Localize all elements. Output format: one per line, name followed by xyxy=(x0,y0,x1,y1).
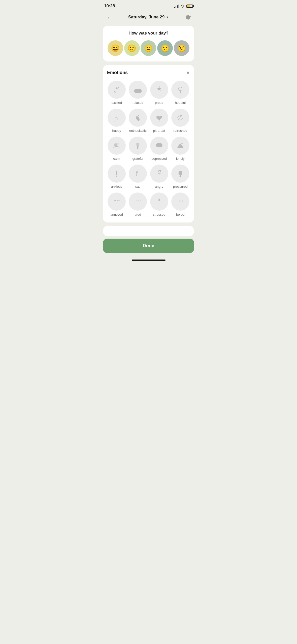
emotion-item-lonely[interactable]: lonely xyxy=(171,137,190,160)
emotion-label-happy: happy xyxy=(112,129,121,133)
emotions-header: Emotions ∨ xyxy=(107,70,190,76)
nav-title-chevron-icon: ▼ xyxy=(166,16,169,19)
emotion-icon-bored xyxy=(171,192,189,211)
emotion-item-stressed[interactable]: stressed xyxy=(150,192,169,216)
svg-point-5 xyxy=(179,87,182,90)
emotion-item-pressured[interactable]: pressured xyxy=(171,165,190,188)
status-time: 10:28 xyxy=(104,4,115,9)
emotion-icon-calm xyxy=(108,137,126,155)
emotion-label-enthusiastic: enthusiastic xyxy=(129,129,147,133)
svg-point-21 xyxy=(179,201,180,202)
done-button[interactable]: Done xyxy=(103,239,194,253)
emotion-item-excited[interactable]: excited xyxy=(107,81,126,105)
emotion-item-happy[interactable]: happy xyxy=(107,109,126,133)
emotion-item-bored[interactable]: bored xyxy=(171,192,190,216)
svg-point-23 xyxy=(182,201,183,202)
svg-point-8 xyxy=(135,116,140,121)
emotion-icon-excited xyxy=(108,81,126,99)
emotion-icon-angry xyxy=(150,165,168,183)
mood-faces: 😄 🙂 😐 😕 😟 xyxy=(107,40,190,56)
emotion-icon-pit-a-pat xyxy=(150,109,168,127)
emotion-item-enthusiastic[interactable]: enthusiastic xyxy=(128,109,147,133)
emotion-label-depressed: depressed xyxy=(151,157,167,160)
emotion-icon-lonely xyxy=(171,137,189,155)
emotion-icon-happy xyxy=(108,109,126,127)
home-indicator xyxy=(132,260,166,261)
svg-text:ZZZ: ZZZ xyxy=(136,199,142,203)
emotions-chevron-icon[interactable]: ∨ xyxy=(186,70,190,76)
emotion-label-refreshed: refreshed xyxy=(173,129,187,133)
emotions-card: Emotions ∨ excited relaxed proud hopeful… xyxy=(103,65,194,222)
emotion-label-annoyed: annoyed xyxy=(110,213,123,216)
emotion-item-pit-a-pat[interactable]: pit-a-pat xyxy=(150,109,169,133)
emotion-label-grateful: grateful xyxy=(133,157,143,160)
mood-face-1[interactable]: 😄 xyxy=(108,40,123,56)
emotion-icon-enthusiastic xyxy=(129,109,147,127)
svg-rect-16 xyxy=(116,171,118,176)
mood-face-3[interactable]: 😐 xyxy=(141,40,156,56)
svg-point-9 xyxy=(138,115,139,116)
nav-title[interactable]: Saturday, June 29 ▼ xyxy=(128,15,169,20)
wifi-icon xyxy=(180,4,185,8)
emotion-icon-relaxed xyxy=(129,81,147,99)
battery-icon xyxy=(186,5,193,8)
emotion-label-bored: bored xyxy=(176,213,184,216)
svg-point-7 xyxy=(115,117,116,118)
emotion-label-hopeful: hopeful xyxy=(175,101,186,105)
settings-icon xyxy=(185,14,191,20)
emotion-icon-sad xyxy=(129,165,147,183)
extra-card xyxy=(103,226,194,236)
emotion-item-depressed[interactable]: depressed xyxy=(150,137,169,160)
emotion-item-tired[interactable]: ZZZ tired xyxy=(128,192,147,216)
emotion-label-sad: sad xyxy=(135,185,141,188)
emotion-icon-annoyed xyxy=(108,192,126,211)
mood-face-4[interactable]: 😕 xyxy=(157,40,173,56)
nav-bar: ‹ Saturday, June 29 ▼ xyxy=(99,11,198,26)
emotion-item-relaxed[interactable]: relaxed xyxy=(128,81,147,105)
emotion-label-proud: proud xyxy=(155,101,163,105)
emotion-label-calm: calm xyxy=(113,157,120,160)
svg-rect-2 xyxy=(134,90,135,92)
emotions-grid: excited relaxed proud hopeful happy enth… xyxy=(107,81,190,216)
emotion-icon-anxious xyxy=(108,165,126,183)
emotion-item-grateful[interactable]: grateful xyxy=(128,137,147,160)
settings-button[interactable] xyxy=(184,13,193,22)
svg-rect-1 xyxy=(135,89,141,93)
svg-point-22 xyxy=(180,201,181,202)
emotion-item-refreshed[interactable]: refreshed xyxy=(171,109,190,133)
emotion-icon-refreshed xyxy=(171,109,189,127)
nav-title-text: Saturday, June 29 xyxy=(128,15,164,20)
svg-point-0 xyxy=(118,87,119,88)
mood-face-5[interactable]: 😟 xyxy=(174,40,189,56)
svg-point-4 xyxy=(158,86,159,87)
emotion-label-relaxed: relaxed xyxy=(133,101,143,105)
svg-point-12 xyxy=(117,143,119,144)
svg-rect-19 xyxy=(179,171,182,175)
emotion-label-tired: tired xyxy=(135,213,141,216)
emotion-icon-pressured xyxy=(171,165,189,183)
mood-face-2[interactable]: 🙂 xyxy=(124,40,140,56)
emotions-title: Emotions xyxy=(107,70,128,75)
svg-point-18 xyxy=(137,172,138,173)
emotion-item-hopeful[interactable]: hopeful xyxy=(171,81,190,105)
emotion-item-calm[interactable]: calm xyxy=(107,137,126,160)
back-button[interactable]: ‹ xyxy=(104,13,113,22)
emotion-label-pressured: pressured xyxy=(173,185,188,188)
emotion-label-angry: angry xyxy=(155,185,163,188)
emotion-item-anxious[interactable]: anxious xyxy=(107,165,126,188)
emotion-item-sad[interactable]: sad xyxy=(128,165,147,188)
emotion-icon-proud xyxy=(150,81,168,99)
emotion-label-stressed: stressed xyxy=(153,213,165,216)
emotion-icon-stressed xyxy=(150,192,168,211)
emotion-item-annoyed[interactable]: annoyed xyxy=(107,192,126,216)
emotion-label-pit-a-pat: pit-a-pat xyxy=(153,129,165,133)
svg-rect-3 xyxy=(141,90,142,92)
emotion-label-excited: excited xyxy=(112,101,122,105)
emotion-icon-tired: ZZZ xyxy=(129,192,147,211)
mood-question: How was your day? xyxy=(107,31,190,36)
emotion-icon-depressed xyxy=(150,137,168,155)
emotion-item-angry[interactable]: angry xyxy=(150,165,169,188)
status-bar: 10:28 xyxy=(99,0,198,11)
done-button-container: Done xyxy=(99,236,198,257)
emotion-item-proud[interactable]: proud xyxy=(150,81,169,105)
